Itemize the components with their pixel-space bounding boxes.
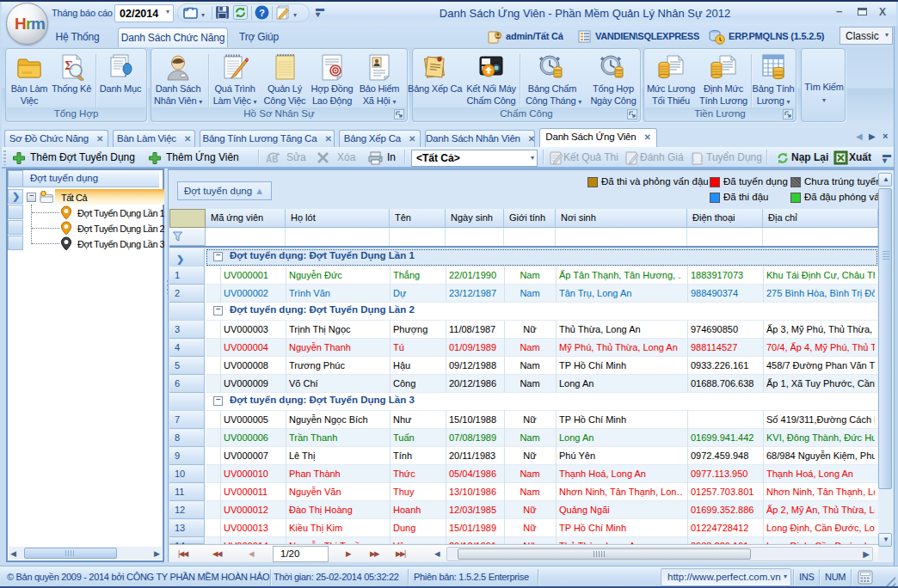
svg-text:?: ? xyxy=(259,8,265,18)
